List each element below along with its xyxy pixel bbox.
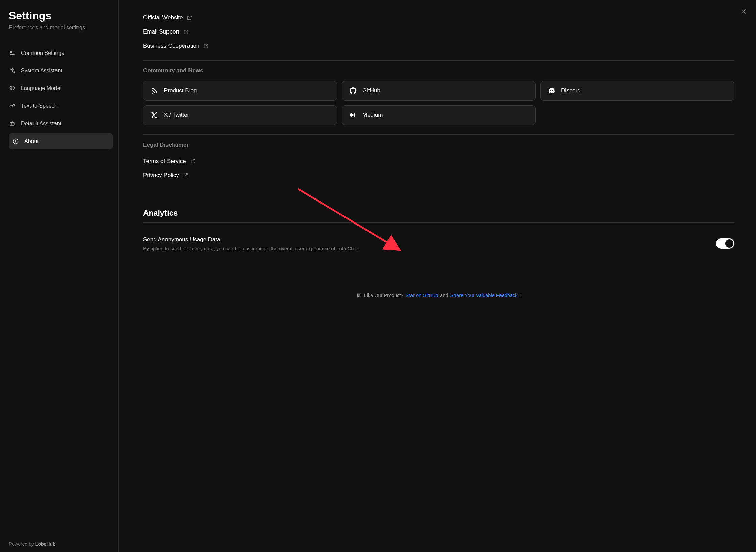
sidebar-item-system-assistant[interactable]: System Assistant bbox=[9, 63, 113, 79]
sidebar-item-common-settings[interactable]: Common Settings bbox=[9, 45, 113, 61]
card-label: Product Blog bbox=[164, 87, 197, 94]
page-subtitle: Preferences and model settings. bbox=[9, 25, 113, 31]
sidebar-item-text-to-speech[interactable]: Text-to-Speech bbox=[9, 98, 113, 114]
section-heading-legal: Legal Disclaimer bbox=[143, 142, 734, 148]
setting-anonymous-usage: Send Anonymous Usage Data By opting to s… bbox=[143, 230, 734, 252]
sidebar-item-label: Common Settings bbox=[21, 50, 64, 56]
sidebar-item-default-assistant[interactable]: Default Assistant bbox=[9, 115, 113, 132]
footer-text: ! bbox=[519, 293, 521, 298]
card-label: Discord bbox=[561, 87, 581, 94]
setting-description: By opting to send telemetry data, you ca… bbox=[143, 245, 706, 252]
toggle-knob bbox=[725, 239, 733, 248]
svg-point-7 bbox=[13, 124, 14, 124]
card-product-blog[interactable]: Product Blog bbox=[143, 81, 337, 101]
footer-text: and bbox=[440, 293, 448, 298]
footer-link-feedback[interactable]: Share Your Valuable Feedback bbox=[450, 293, 518, 298]
rss-icon bbox=[150, 87, 158, 95]
sidebar-item-label: Text-to-Speech bbox=[21, 103, 58, 109]
card-twitter[interactable]: X / Twitter bbox=[143, 105, 337, 125]
footer-link-star[interactable]: Star on GitHub bbox=[405, 293, 438, 298]
sidebar: Settings Preferences and model settings.… bbox=[0, 0, 119, 552]
external-link-icon bbox=[183, 29, 189, 35]
svg-point-15 bbox=[356, 114, 356, 117]
chat-icon bbox=[357, 293, 362, 298]
sparkle-icon bbox=[9, 67, 16, 74]
discord-icon bbox=[548, 87, 556, 95]
github-icon bbox=[349, 87, 357, 95]
close-button[interactable] bbox=[739, 7, 749, 16]
sidebar-footer: Powered by LobeHub bbox=[9, 541, 113, 547]
community-cards: Product Blog GitHub Discord X / Twitter bbox=[143, 81, 734, 125]
bot-icon bbox=[9, 120, 16, 127]
link-label: Business Cooperation bbox=[143, 43, 199, 49]
sliders-icon bbox=[9, 50, 16, 57]
link-label: Terms of Service bbox=[143, 158, 186, 165]
sidebar-item-label: Language Model bbox=[21, 85, 61, 91]
card-medium[interactable]: Medium bbox=[342, 105, 536, 125]
info-icon bbox=[12, 138, 19, 145]
link-email-support[interactable]: Email Support bbox=[143, 26, 734, 38]
svg-point-13 bbox=[350, 113, 353, 117]
card-discord[interactable]: Discord bbox=[540, 81, 734, 101]
card-github[interactable]: GitHub bbox=[342, 81, 536, 101]
sidebar-item-label: About bbox=[24, 138, 39, 144]
divider bbox=[143, 134, 734, 135]
footer-line: Like Our Product? Star on GitHub and Sha… bbox=[143, 293, 734, 298]
divider bbox=[143, 222, 734, 223]
card-label: Medium bbox=[362, 112, 383, 119]
section-heading-analytics: Analytics bbox=[143, 209, 734, 218]
link-official-website[interactable]: Official Website bbox=[143, 12, 734, 24]
sidebar-item-label: Default Assistant bbox=[21, 121, 61, 127]
brain-icon bbox=[9, 85, 16, 92]
svg-point-4 bbox=[10, 106, 12, 108]
card-label: X / Twitter bbox=[164, 112, 189, 119]
sidebar-item-label: System Assistant bbox=[21, 68, 62, 74]
link-terms-of-service[interactable]: Terms of Service bbox=[143, 155, 734, 167]
sidebar-nav: Common Settings System Assistant Languag… bbox=[9, 45, 113, 149]
sidebar-item-language-model[interactable]: Language Model bbox=[9, 80, 113, 97]
external-link-icon bbox=[190, 158, 196, 164]
medium-icon bbox=[349, 111, 357, 119]
external-link-icon bbox=[183, 173, 188, 178]
setting-title: Send Anonymous Usage Data bbox=[143, 236, 706, 243]
sidebar-item-about[interactable]: About bbox=[9, 133, 113, 149]
link-privacy-policy[interactable]: Privacy Policy bbox=[143, 169, 734, 182]
svg-point-6 bbox=[11, 124, 12, 124]
link-label: Privacy Policy bbox=[143, 172, 179, 179]
footer-text: Like Our Product? bbox=[364, 293, 404, 298]
main-content: Official Website Email Support Business … bbox=[119, 0, 756, 552]
svg-point-14 bbox=[354, 113, 355, 117]
link-label: Official Website bbox=[143, 14, 183, 21]
key-icon bbox=[9, 103, 16, 109]
x-twitter-icon bbox=[150, 111, 158, 119]
link-label: Email Support bbox=[143, 28, 179, 35]
section-heading-community: Community and News bbox=[143, 67, 734, 74]
external-link-icon bbox=[187, 15, 192, 20]
external-link-icon bbox=[203, 43, 209, 49]
page-title: Settings bbox=[9, 9, 113, 22]
divider bbox=[143, 60, 734, 61]
link-business-cooperation[interactable]: Business Cooperation bbox=[143, 40, 734, 52]
svg-point-10 bbox=[16, 140, 16, 140]
card-label: GitHub bbox=[362, 87, 380, 94]
usage-data-toggle[interactable] bbox=[716, 238, 734, 249]
